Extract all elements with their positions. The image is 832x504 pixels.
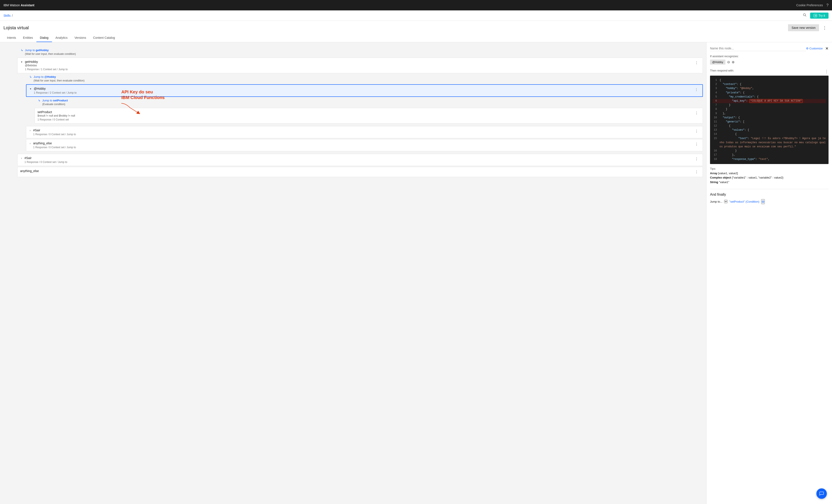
expand-hobby-button[interactable]: ▾	[29, 87, 32, 91]
tab-bar: Intents Entities Dialog Analytics Versio…	[3, 34, 829, 42]
sair2-overflow-button[interactable]: ⋮	[694, 156, 700, 162]
gear-icon: ⚙	[806, 47, 809, 50]
condition-remove-button[interactable]: ⊖	[727, 60, 730, 64]
chat-button[interactable]	[816, 488, 827, 499]
anything-else1-overflow-button[interactable]: ⋮	[694, 141, 700, 147]
condition-row: @Hobby ⊖ ⊕	[710, 60, 829, 64]
node-setProduct[interactable]: setProduct $result != null and $hobby !=…	[35, 108, 703, 124]
main-content: ↳ Jump to getHobby (Wait for user input,…	[0, 42, 832, 504]
skills-link[interactable]: Skills	[3, 14, 10, 17]
then-respond-overflow-button[interactable]: ⋮	[825, 69, 829, 74]
expand-getHobby-button[interactable]: ▾	[20, 60, 23, 64]
tip-string: String "value1"	[710, 181, 729, 184]
setProduct-overflow-button[interactable]: ⋮	[694, 110, 700, 116]
save-new-version-button[interactable]: Save new version	[788, 24, 819, 31]
if-recognizes-section: If assistant recognizes: @Hobby ⊖ ⊕	[710, 55, 829, 64]
node-hobby[interactable]: ▾ @Hobby 1 Response / 2 Context set / Ju…	[26, 84, 703, 97]
search-button[interactable]	[802, 12, 807, 19]
right-panel: ⚙ Customize ✕ If assistant recognizes: @…	[706, 42, 832, 504]
customize-button[interactable]: ⚙ Customize	[806, 47, 823, 50]
expand-sair1-button[interactable]: ›	[29, 129, 31, 132]
sub-nav-actions: Try it	[802, 12, 829, 19]
node-anything-else2[interactable]: anything_else ⋮	[17, 167, 703, 177]
dialog-canvas[interactable]: ↳ Jump to getHobby (Wait for user input,…	[0, 42, 706, 504]
cookie-preferences-link[interactable]: Cookie Preferences	[796, 3, 823, 7]
jump-link-getHobby[interactable]: Jump to getHobby	[25, 48, 76, 52]
breadcrumb-separator: /	[12, 14, 13, 17]
jump-link-hobby[interactable]: Jump to @Hobby	[33, 75, 84, 79]
jump-label-getHobby: ↳ Jump to getHobby (Wait for user input,…	[17, 48, 703, 57]
expand-anything-else1-button[interactable]: ›	[29, 141, 31, 145]
top-nav-right: Cookie Preferences ?	[796, 3, 829, 7]
tab-entities[interactable]: Entities	[20, 34, 36, 42]
page-title: Lojista virtual	[3, 25, 29, 30]
tab-intents[interactable]: Intents	[3, 34, 20, 42]
top-navigation: IBM Watson Assistant Cookie Preferences …	[0, 0, 832, 10]
jump-to-label: Jump to...	[710, 200, 722, 203]
expand-sair2-button[interactable]: ›	[20, 156, 23, 160]
node-getHobby[interactable]: ▾ getHobby @Bebidas 1 Response / 1 Conte…	[17, 58, 703, 73]
jump-to-target[interactable]: "setProduct" (Condition)	[729, 200, 759, 203]
jump-link-setProduct[interactable]: Jump to setProduct	[42, 99, 68, 103]
svg-line-1	[805, 16, 806, 16]
tip-array: Array [value1, value2]	[710, 171, 738, 175]
jump-to-remove-button[interactable]: ⊖	[761, 199, 765, 204]
condition-add-button[interactable]: ⊕	[732, 60, 734, 64]
jump-label-setProduct: ↳ Jump to setProduct (Evaluate condition…	[35, 98, 703, 107]
sub-navigation: Skills / Try it	[0, 10, 832, 21]
try-it-button[interactable]: Try it	[810, 12, 829, 19]
jump-to-dropdown-button[interactable]	[724, 200, 728, 203]
and-finally-section: And finally Jump to... "setProduct" (Con…	[710, 189, 829, 204]
tab-dialog[interactable]: Dialog	[36, 34, 52, 42]
page-header-actions: Save new version ⋮	[788, 24, 829, 31]
breadcrumb: Skills /	[3, 14, 13, 17]
panel-close-button[interactable]: ✕	[825, 46, 829, 51]
tip-complex-object: Complex object {"variable1" : value1, "v…	[710, 176, 783, 179]
brand-name: IBM Watson Assistant	[3, 3, 34, 7]
jump-label-hobby: ↳ Jump to @Hobby (Wait for user input, t…	[26, 74, 703, 83]
node-sair1[interactable]: › #Sair 1 Response / 0 Context set / Jum…	[26, 126, 703, 138]
tips-section: Tips: Array [value1, value2] Complex obj…	[710, 167, 829, 185]
getHobby-overflow-button[interactable]: ⋮	[694, 60, 700, 65]
node-anything-else1[interactable]: › anything_else 1 Response / 0 Context s…	[26, 139, 703, 151]
jump-to-row: Jump to... "setProduct" (Condition) ⊖	[710, 199, 829, 204]
then-respond-section: Then respond with: ⋮ 1{ 2 "context": { 3…	[710, 69, 829, 185]
page-overflow-menu-button[interactable]: ⋮	[821, 24, 829, 31]
help-icon[interactable]: ?	[826, 3, 829, 7]
tab-analytics[interactable]: Analytics	[52, 34, 71, 42]
panel-header: ⚙ Customize ✕	[710, 46, 829, 51]
node-name-input[interactable]	[710, 46, 806, 51]
node-sair2[interactable]: › #Sair 1 Response / 0 Context set / Jum…	[17, 154, 703, 166]
json-code-block: 1{ 2 "context": { 3 "hobby": "@Hobby", 4…	[710, 76, 829, 164]
hobby-overflow-button[interactable]: ⋮	[693, 87, 700, 92]
sair1-overflow-button[interactable]: ⋮	[694, 129, 700, 134]
anything-else2-overflow-button[interactable]: ⋮	[694, 169, 700, 175]
condition-tag: @Hobby	[710, 60, 725, 64]
brand-logo: IBM Watson Assistant	[3, 3, 34, 7]
tab-content-catalog[interactable]: Content Catalog	[89, 34, 118, 42]
tab-versions[interactable]: Versions	[71, 34, 90, 42]
page-header: Lojista virtual Save new version ⋮ Inten…	[0, 21, 832, 42]
